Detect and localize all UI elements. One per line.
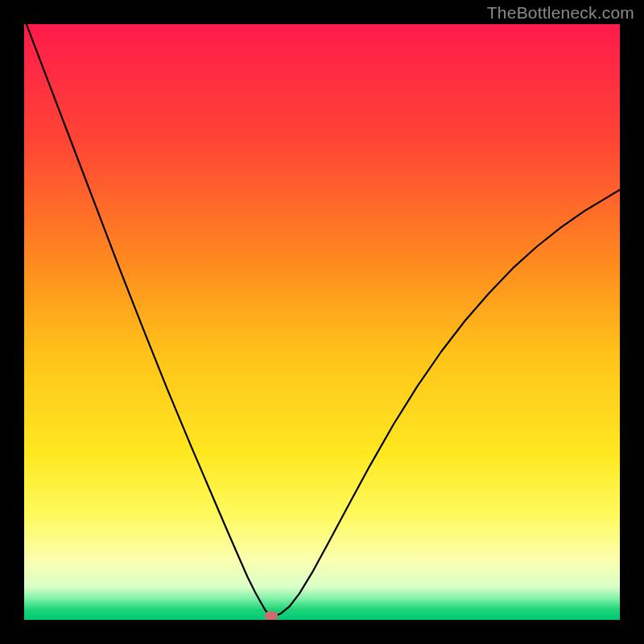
watermark-text: TheBottleneck.com — [487, 3, 634, 23]
chart-frame: TheBottleneck.com — [0, 0, 644, 644]
curve-layer — [24, 24, 620, 620]
bottleneck-curve — [24, 24, 620, 617]
plot-area — [24, 24, 620, 620]
minimum-marker — [265, 611, 278, 620]
